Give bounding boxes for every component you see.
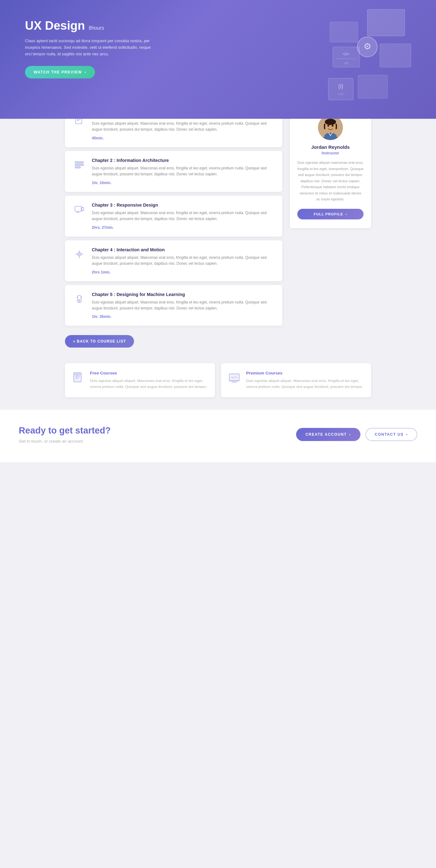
chapter-card-2: Chapter 2 : Information Architecture Dui… xyxy=(65,151,282,192)
instructor-card: Jordan Reynolds Instructor Duis egestas … xyxy=(290,106,371,228)
back-section: « BACK TO COURSE LIST xyxy=(46,326,390,357)
full-profile-label: FULL PROFILE xyxy=(313,212,343,216)
premium-courses-desc: Duis egestas aliquet aliquet. Maecenas e… xyxy=(246,378,365,390)
chapter-5-duration: 1hr. 35min. xyxy=(92,314,275,319)
create-account-button[interactable]: CREATE ACCOUNT › xyxy=(296,428,361,441)
cta-buttons: CREATE ACCOUNT › CONTACT US › xyxy=(296,428,417,441)
chapter-1-duration: 45min. xyxy=(92,136,275,141)
chapter-5-icon xyxy=(72,292,86,306)
hero-title: UX Design 8hours xyxy=(25,19,156,32)
create-account-arrow: › xyxy=(349,432,351,437)
chapter-4-icon xyxy=(72,247,86,261)
premium-courses-card: </> Premium Courses Duis egestas aliquet… xyxy=(221,363,371,397)
chapter-3-duration: 2hrs. 27min. xyxy=(92,225,275,230)
premium-courses-icon: </> xyxy=(227,371,241,384)
svg-rect-24 xyxy=(75,206,82,211)
svg-rect-22 xyxy=(75,164,84,166)
back-btn-label: « BACK TO COURSE LIST xyxy=(73,339,126,343)
premium-courses-title: Premium Courses xyxy=(246,371,365,375)
svg-rect-2 xyxy=(380,44,411,67)
cta-section: Ready to get started? Get in touch, or c… xyxy=(0,410,436,462)
free-courses-icon xyxy=(71,371,85,384)
contact-us-button[interactable]: CONTACT US › xyxy=(365,428,417,441)
cta-left: Ready to get started? Get in touch, or c… xyxy=(19,425,110,443)
chapter-4-desc: Duis egestas aliquet aliquet. Maecenas e… xyxy=(92,255,275,267)
course-hours: 8hours xyxy=(89,25,104,31)
instructor-role: Instructor xyxy=(297,151,364,155)
chapter-card-5: Chapter 5 : Designing for Machine Learni… xyxy=(65,285,282,326)
svg-text:225: 225 xyxy=(343,62,348,65)
svg-point-32 xyxy=(77,297,78,298)
svg-point-40 xyxy=(325,119,336,125)
instructor-avatar xyxy=(318,115,343,140)
watch-preview-label: WATCH THE PREVIEW xyxy=(34,70,82,74)
svg-point-29 xyxy=(79,253,80,255)
main-content-grid: Chapter 1 : An Introduction to the Basic… xyxy=(46,106,390,326)
create-account-label: CREATE ACCOUNT xyxy=(305,432,347,437)
cta-subtext: Get in touch, or create an account xyxy=(19,439,110,443)
chapter-1-desc: Duis egestas aliquet aliquet. Maecenas e… xyxy=(92,121,275,133)
contact-us-arrow: › xyxy=(406,432,408,437)
chapter-2-icon xyxy=(72,158,86,172)
svg-point-33 xyxy=(80,297,81,298)
chapter-card-3: Chapter 3 : Responsive Design Duis egest… xyxy=(65,196,282,237)
hero-illustration: ⚙ </> 225 {i} 1min xyxy=(311,6,417,113)
cta-heading: Ready to get started? xyxy=(19,425,110,436)
chapter-3-desc: Duis egestas aliquet aliquet. Maecenas e… xyxy=(92,210,275,222)
course-types-section: Free Courses Duis egestas aliquet alique… xyxy=(46,357,390,410)
full-profile-button[interactable]: FULL PROFILE › xyxy=(297,209,364,219)
instructor-bio: Duis egestas aliquet maecenas erat eros,… xyxy=(297,160,364,203)
svg-text:{i}: {i} xyxy=(338,83,343,89)
svg-text:</>: </> xyxy=(231,375,237,379)
free-courses-title: Free Courses xyxy=(90,371,209,375)
free-courses-desc: Duis egestas aliquet aliquet. Maecenas e… xyxy=(90,378,209,390)
course-title: UX Design xyxy=(25,19,85,32)
chapter-5-title: Chapter 5 : Designing for Machine Learni… xyxy=(92,292,275,297)
svg-rect-0 xyxy=(367,9,405,36)
chapter-2-desc: Duis egestas aliquet aliquet. Maecenas e… xyxy=(92,165,275,178)
chapter-5-desc: Duis egestas aliquet aliquet. Maecenas e… xyxy=(92,300,275,312)
chapter-4-duration: 2hrs 1min. xyxy=(92,270,275,274)
svg-rect-1 xyxy=(330,22,358,42)
chapter-card-4: Chapter 4 : Interaction and Motion Duis … xyxy=(65,240,282,281)
hero-description: Class aptent taciti sociosqu ad litora t… xyxy=(25,37,156,57)
free-courses-card: Free Courses Duis egestas aliquet alique… xyxy=(65,363,215,397)
full-profile-arrow: › xyxy=(346,212,347,216)
chapter-2-title: Chapter 2 : Information Architecture xyxy=(92,158,275,163)
chapter-3-title: Chapter 3 : Responsive Design xyxy=(92,203,275,208)
chapter-4-title: Chapter 4 : Interaction and Motion xyxy=(92,247,275,252)
watch-preview-button[interactable]: WATCH THE PREVIEW › xyxy=(25,66,95,79)
chapter-3-icon xyxy=(72,203,86,216)
svg-text:⚙: ⚙ xyxy=(364,41,371,51)
svg-text:1min: 1min xyxy=(338,93,343,95)
sidebar-column: Jordan Reynolds Instructor Duis egestas … xyxy=(290,106,371,326)
contact-us-label: CONTACT US xyxy=(375,432,404,437)
hero-section: UX Design 8hours Class aptent taciti soc… xyxy=(0,0,436,119)
back-to-course-list-button[interactable]: « BACK TO COURSE LIST xyxy=(65,335,134,348)
svg-line-15 xyxy=(360,55,363,59)
chapter-2-duration: 1hr. 10min. xyxy=(92,181,275,185)
watch-preview-arrow: › xyxy=(85,70,87,74)
instructor-name: Jordan Reynolds xyxy=(297,145,364,150)
svg-rect-23 xyxy=(75,166,80,168)
svg-rect-21 xyxy=(75,162,84,163)
chapters-column: Chapter 1 : An Introduction to the Basic… xyxy=(65,106,282,326)
svg-rect-3 xyxy=(358,75,388,98)
svg-text:</>: </> xyxy=(343,52,349,57)
svg-rect-45 xyxy=(74,373,80,375)
svg-rect-25 xyxy=(81,208,84,211)
